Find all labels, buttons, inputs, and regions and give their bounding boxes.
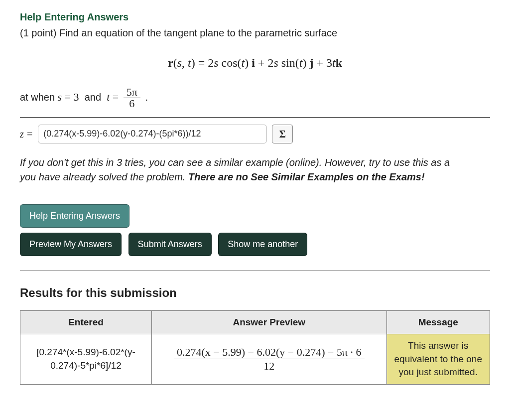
col-message: Message: [386, 310, 490, 334]
table-row: [0.274*(x-5.99)-6.02*(y-0.274)-5*pi*6]/1…: [20, 334, 490, 385]
results-table: Entered Answer Preview Message [0.274*(x…: [20, 310, 490, 385]
col-answer-preview: Answer Preview: [152, 310, 387, 334]
problem-prompt: (1 point) Find an equation of the tangen…: [20, 26, 490, 40]
equation-editor-button[interactable]: Σ: [272, 125, 293, 143]
help-entering-answers-link[interactable]: Help Entering Answers: [20, 10, 128, 24]
answer-label: z =: [20, 127, 33, 141]
submit-answers-button[interactable]: Submit Answers: [128, 233, 212, 256]
answer-row: z = Σ: [20, 125, 490, 143]
answer-preview-value: 0.274(x − 5.99) − 6.02(y − 0.274) − 5π ·…: [152, 334, 387, 385]
col-entered: Entered: [20, 310, 152, 334]
entered-value: [0.274*(x-5.99)-6.02*(y-0.274)-5*pi*6]/1…: [20, 334, 152, 385]
results-heading: Results for this submission: [20, 284, 490, 301]
table-header-row: Entered Answer Preview Message: [20, 310, 490, 334]
help-entering-answers-button[interactable]: Help Entering Answers: [20, 204, 129, 228]
parameter-values: at when s = 3 and t = 5π 6 .: [20, 87, 490, 118]
message-value: This answer is equivalent to the one you…: [386, 334, 490, 385]
separator: [20, 270, 490, 271]
preview-my-answers-button[interactable]: Preview My Answers: [20, 233, 122, 256]
show-me-another-button[interactable]: Show me another: [218, 233, 307, 256]
answer-input[interactable]: [38, 125, 267, 143]
button-rows: Help Entering Answers Preview My Answers…: [20, 204, 490, 261]
hint-text: If you don't get this in 3 tries, you ca…: [20, 155, 490, 184]
parametric-equation: r(s, t) = 2s cos(t) i + 2s sin(t) j + 3t…: [20, 55, 490, 72]
